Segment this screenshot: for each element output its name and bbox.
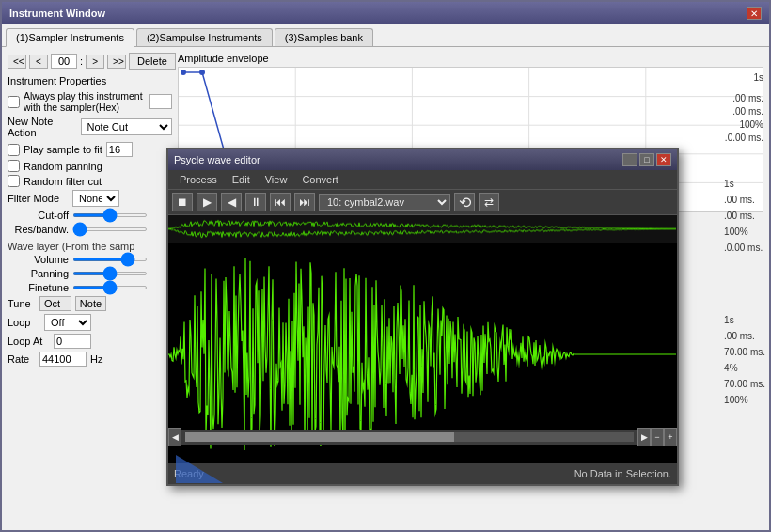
tb-end-button[interactable]: ⏭ [294, 193, 315, 211]
oct-button[interactable]: Oct - [39, 296, 71, 311]
panning-slider[interactable] [72, 272, 148, 275]
right-labels: 1s .00 ms. .00 ms. 100% .0.00 ms. [725, 71, 763, 145]
svg-point-8 [181, 70, 186, 75]
tab-samples-bank[interactable]: (3)Samples bank [275, 28, 373, 46]
wave-title-buttons: _ □ ✕ [622, 153, 671, 166]
delete-button[interactable]: Delete [129, 53, 176, 70]
always-play-row: Always play this instrument with the sam… [8, 90, 172, 113]
finetune-label: Finetune [8, 282, 69, 293]
side-label-7000ms2: 70.00 ms. [724, 376, 765, 392]
new-note-action-select[interactable]: Note Cut Note Off Note Fade None [81, 118, 172, 135]
volume-slider[interactable] [72, 258, 148, 261]
resbandw-slider[interactable] [72, 227, 148, 231]
filter-mode-select[interactable]: None Low Pass High Pass Band Pass [72, 190, 119, 207]
svg-point-9 [199, 70, 205, 75]
window-title: Instrument Window [9, 8, 105, 19]
new-note-action-label: New Note Action [8, 116, 75, 138]
note-button[interactable]: Note [75, 296, 106, 311]
always-play-checkbox[interactable] [8, 96, 20, 108]
play-sample-value[interactable] [106, 142, 133, 157]
cutoff-slider[interactable] [72, 213, 148, 217]
side-label-1s: 1s [724, 176, 765, 192]
status-selection: No Data in Selection. [574, 468, 671, 479]
scroll-left-button[interactable]: ◀ [168, 428, 181, 446]
status-ready: Ready [174, 468, 204, 479]
cutoff-label: Cut-off [8, 210, 69, 221]
tb-start-button[interactable]: ⏮ [270, 193, 291, 211]
side-label-00ms3: .00 ms. [724, 328, 765, 344]
tb-play-button[interactable]: ▶ [197, 193, 217, 211]
resbandw-row: Res/bandw. [8, 224, 172, 235]
loop-at-label: Loop At [8, 336, 50, 347]
tb-stop-button[interactable]: ⏹ [172, 193, 193, 211]
wave-layer-label: Wave layer (From the samp [8, 241, 172, 252]
close-button[interactable]: ✕ [747, 7, 762, 20]
next-button[interactable]: > [86, 55, 104, 69]
right-label-2: .00 ms. [725, 92, 763, 105]
rate-row: Rate Hz [8, 352, 172, 367]
tab-bar: (1)Sampler Instruments (2)Sampulse Instr… [2, 24, 769, 47]
tb-rewind-button[interactable]: ◀ [221, 193, 242, 211]
tb-extra-button[interactable]: ⇄ [479, 193, 499, 211]
menu-edit[interactable]: Edit [225, 172, 258, 187]
wave-statusbar: Ready No Data in Selection. [168, 463, 677, 484]
random-filter-cut-checkbox[interactable] [8, 175, 20, 187]
volume-row: Volume [8, 254, 172, 265]
prev-button[interactable]: < [29, 55, 48, 69]
title-bar: Instrument Window ✕ [2, 2, 769, 24]
instrument-window: Instrument Window ✕ (1)Sampler Instrumen… [0, 0, 771, 532]
prev-prev-button[interactable]: << [8, 55, 26, 69]
tb-loop-button[interactable]: ⟲ [454, 193, 475, 211]
next-next-button[interactable]: >> [107, 55, 126, 69]
side-label-100pct: 100% [724, 224, 765, 240]
menu-process[interactable]: Process [172, 172, 225, 187]
play-sample-row: Play sample to fit [8, 142, 172, 157]
scroll-minus-button[interactable]: − [651, 428, 664, 446]
menu-view[interactable]: View [258, 172, 295, 187]
loop-label: Loop [8, 317, 40, 328]
wave-maximize-button[interactable]: □ [639, 153, 654, 166]
play-sample-checkbox[interactable] [8, 144, 20, 156]
hex-input[interactable] [149, 94, 172, 109]
panning-label: Panning [8, 268, 69, 279]
instrument-props-label: Instrument Properties [8, 75, 172, 86]
side-label-00ms1: .00 ms. [724, 192, 765, 208]
scrollbar-thumb[interactable] [185, 432, 454, 442]
right-label-1s: 1s [725, 71, 763, 85]
side-label-1s2: 1s [724, 312, 765, 328]
random-panning-checkbox[interactable] [8, 160, 20, 172]
volume-label: Volume [8, 254, 69, 265]
side-label-4pct: 4% [724, 360, 765, 376]
tb-pause-button[interactable]: ⏸ [245, 193, 266, 211]
scroll-right-button[interactable]: ▶ [637, 428, 651, 446]
instrument-number-input[interactable] [51, 54, 77, 69]
loop-at-input[interactable] [54, 334, 91, 349]
finetune-row: Finetune [8, 282, 172, 293]
wave-minimize-button[interactable]: _ [622, 153, 637, 166]
loop-row: Loop Off Forward Ping-Pong [8, 314, 172, 331]
tab-sampulse[interactable]: (2)Sampulse Instruments [136, 28, 273, 46]
finetune-slider[interactable] [72, 286, 148, 289]
random-panning-row: Random panning [8, 160, 172, 172]
loop-at-row: Loop At [8, 334, 172, 349]
rate-input[interactable] [39, 352, 87, 367]
left-panel: << < : > >> Delete Instrument Properties… [8, 53, 172, 518]
overview-track [168, 215, 677, 243]
random-panning-label: Random panning [24, 161, 102, 172]
always-play-label: Always play this instrument with the sam… [24, 90, 146, 113]
wave-editor-window: Psycle wave editor _ □ ✕ Process Edit Vi… [166, 148, 679, 486]
nav-row: << < : > >> Delete [8, 53, 172, 70]
random-filter-cut-row: Random filter cut [8, 175, 172, 187]
menu-convert[interactable]: Convert [294, 172, 346, 187]
random-filter-cut-label: Random filter cut [24, 176, 102, 187]
panning-row: Panning [8, 268, 172, 279]
side-label-000ms: .0.00 ms. [724, 240, 765, 256]
loop-select[interactable]: Off Forward Ping-Pong [44, 314, 91, 331]
wave-close-button[interactable]: ✕ [656, 153, 671, 166]
wave-title: Psycle wave editor [174, 154, 260, 165]
tab-sampler[interactable]: (1)Sampler Instruments [6, 28, 134, 47]
scroll-plus-button[interactable]: + [664, 428, 677, 446]
filter-mode-label: Filter Mode [8, 193, 69, 204]
wave-file-select[interactable]: 10: cymbal2.wav [319, 194, 450, 211]
scrollbar-track[interactable] [185, 432, 634, 442]
